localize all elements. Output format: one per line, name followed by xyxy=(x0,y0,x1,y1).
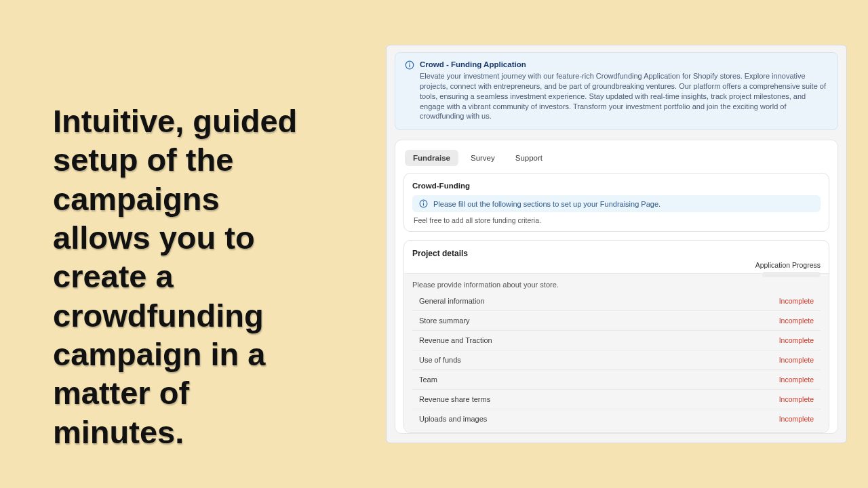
row-store-summary[interactable]: Store summary Incomplete xyxy=(412,311,821,331)
status-badge: Incomplete xyxy=(779,356,814,364)
application-progress: Application Progress xyxy=(755,261,821,277)
tab-bar: Fundraise Survey Support xyxy=(403,148,829,173)
crowd-funding-tip: Please fill out the following sections t… xyxy=(412,195,821,212)
row-label: Revenue and Traction xyxy=(419,336,492,344)
project-details-title: Project details xyxy=(412,249,821,258)
svg-rect-1 xyxy=(409,64,410,67)
row-use-of-funds[interactable]: Use of funds Incomplete xyxy=(412,350,821,370)
crowd-funding-card: Crowd-Funding Please fill out the follow… xyxy=(403,173,829,232)
svg-rect-4 xyxy=(423,203,424,206)
row-label: Use of funds xyxy=(419,356,461,364)
project-details-instruction: Please provide information about your st… xyxy=(412,281,821,289)
status-badge: Incomplete xyxy=(779,317,814,325)
status-badge: Incomplete xyxy=(779,395,814,403)
svg-point-5 xyxy=(423,201,425,203)
progress-label: Application Progress xyxy=(755,261,821,269)
row-revenue-traction[interactable]: Revenue and Traction Incomplete xyxy=(412,331,821,350)
banner-body: Elevate your investment journey with our… xyxy=(420,71,828,121)
project-details-card: Project details Application Progress Ple… xyxy=(403,240,829,433)
hero-headline: Intuitive, guided setup of the campaigns… xyxy=(53,102,324,451)
row-label: Uploads and images xyxy=(419,415,487,423)
info-icon xyxy=(419,199,428,208)
app-window: Crowd - Funding Application Elevate your… xyxy=(386,45,847,443)
crowd-funding-title: Crowd-Funding xyxy=(412,182,821,190)
banner-title: Crowd - Funding Application xyxy=(420,60,828,68)
status-badge: Incomplete xyxy=(779,297,814,305)
status-badge: Incomplete xyxy=(779,375,814,384)
crowd-funding-subtext: Feel free to add all store funding crite… xyxy=(412,216,821,224)
row-general-information[interactable]: General information Incomplete xyxy=(412,291,821,311)
tab-support[interactable]: Support xyxy=(507,150,551,166)
tab-survey[interactable]: Survey xyxy=(462,150,503,166)
intro-banner: Crowd - Funding Application Elevate your… xyxy=(395,52,838,130)
info-icon xyxy=(405,60,414,70)
crowd-funding-tip-text: Please fill out the following sections t… xyxy=(433,200,660,208)
row-team[interactable]: Team Incomplete xyxy=(412,370,821,390)
status-badge: Incomplete xyxy=(779,415,814,423)
tab-fundraise[interactable]: Fundraise xyxy=(405,150,458,166)
svg-point-2 xyxy=(409,62,410,64)
row-label: General information xyxy=(419,297,485,305)
main-card: Fundraise Survey Support Crowd-Funding P… xyxy=(395,140,838,434)
status-badge: Incomplete xyxy=(779,336,814,344)
row-revenue-share-terms[interactable]: Revenue share terms Incomplete xyxy=(412,390,821,409)
row-uploads-images[interactable]: Uploads and images Incomplete xyxy=(412,409,821,428)
row-label: Store summary xyxy=(419,317,470,325)
row-label: Team xyxy=(419,375,437,384)
progress-bar xyxy=(762,272,821,277)
row-label: Revenue share terms xyxy=(419,395,490,403)
